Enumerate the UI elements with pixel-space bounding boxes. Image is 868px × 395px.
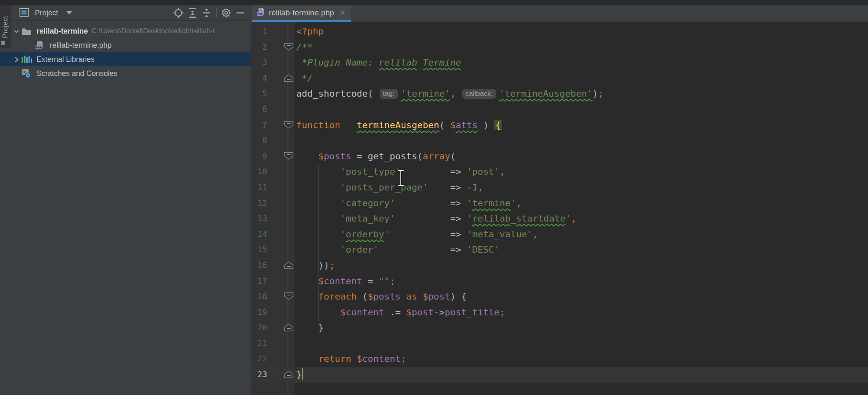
code-token: $ [318, 151, 324, 161]
code-line-22[interactable]: 22 return $content; [251, 351, 868, 367]
expand-all-icon[interactable] [185, 7, 200, 19]
code-line-5[interactable]: 5add_shortcode( tag:'termine', callback:… [251, 86, 868, 102]
fold-start-icon[interactable] [284, 121, 294, 131]
code-token: 'meta_value' [467, 229, 533, 239]
code-token: } [296, 322, 324, 333]
code-token: $ [340, 307, 346, 317]
code-token [296, 354, 318, 364]
code-token: */ [296, 73, 313, 83]
code-token [417, 57, 422, 68]
settings-gear-icon[interactable] [219, 7, 233, 19]
code-token: content [362, 354, 401, 364]
code-line-3[interactable]: 3 *Plugin Name: relilab Termine [251, 55, 868, 71]
code-line-23[interactable]: 23} [251, 367, 868, 383]
code-line-10[interactable]: 10 'post_type' => 'post', [251, 164, 868, 180]
code-token: posts [324, 151, 351, 161]
code-line-13[interactable]: 13 'meta_key' => 'relilab_startdate', [251, 211, 868, 227]
code-line-1[interactable]: 1<?php [251, 24, 868, 39]
code-token [296, 213, 340, 224]
scratches-icon [22, 68, 34, 78]
code-line-12[interactable]: 12 'category' => 'termine', [251, 195, 868, 211]
code-line-11[interactable]: 11 'posts_per_page' => -1, [251, 180, 868, 195]
code-token [456, 88, 461, 99]
code-editor[interactable]: 1<?php2/**3 *Plugin Name: relilab Termin… [251, 22, 868, 395]
code-line-14[interactable]: 14 'orderby' => 'meta_value', [251, 227, 868, 242]
code-token: ) [592, 88, 598, 99]
fold-end-icon[interactable] [284, 323, 294, 334]
code-line-4[interactable]: 4 */ [251, 71, 868, 86]
code-token: ' [467, 213, 472, 224]
code-area[interactable]: 1<?php2/**3 *Plugin Name: relilab Termin… [251, 22, 868, 383]
code-token: ; [401, 354, 406, 364]
fold-end-icon[interactable] [284, 74, 294, 84]
code-token: $ [357, 354, 362, 364]
code-line-9[interactable]: 9 $posts = get_posts(array( [251, 149, 868, 164]
code-token: => [450, 182, 467, 193]
fold-start-icon[interactable] [284, 292, 294, 302]
code-token: } [296, 369, 302, 380]
close-tab-icon[interactable]: × [340, 9, 345, 17]
chevron-down-icon[interactable] [12, 27, 22, 35]
code-token [390, 229, 450, 239]
folder-icon [22, 27, 34, 35]
code-token: ' [340, 229, 346, 239]
text-cursor-ibeam [397, 169, 405, 188]
code-token: 'post' [467, 166, 500, 177]
code-token: => [450, 244, 467, 255]
code-token: 'termineAusgeben' [499, 88, 592, 99]
chevron-right-icon[interactable] [12, 56, 22, 63]
tree-row-file-relilab-termine-php[interactable]: PHPrelilab-termine.php [0, 38, 251, 52]
code-line-16[interactable]: 16 )); [251, 258, 868, 273]
svg-text:PHP: PHP [257, 12, 263, 16]
collapse-all-icon[interactable] [200, 7, 214, 19]
code-token [296, 229, 340, 239]
code-line-15[interactable]: 15 'order' => 'DESC' [251, 242, 868, 258]
code-token [296, 291, 318, 302]
code-token: )) [318, 260, 329, 271]
code-token: 'posts_per_page' [340, 182, 428, 193]
code-token: as [406, 291, 417, 302]
code-line-21[interactable]: 21 [251, 336, 868, 351]
fold-start-icon[interactable] [284, 43, 294, 53]
code-token [296, 276, 318, 286]
code-token: get_posts [368, 151, 417, 161]
phpstorm-window: Project relilab-termineC:\Users\Daniel\ [0, 0, 868, 395]
line-number: 18 [251, 289, 267, 305]
code-token [296, 260, 318, 271]
fold-end-icon[interactable] [284, 261, 294, 271]
code-token: ' [384, 229, 390, 239]
code-token: atts [456, 120, 478, 130]
code-line-18[interactable]: 18 foreach ($posts as $post) { [251, 289, 868, 305]
fold-end-icon[interactable] [284, 370, 294, 380]
code-token: array [423, 151, 450, 161]
hide-panel-icon[interactable] [233, 7, 247, 19]
locate-icon[interactable] [171, 7, 185, 19]
fold-start-icon[interactable] [284, 152, 294, 162]
code-line-17[interactable]: 17 $content = ""; [251, 273, 868, 289]
inlay-hint: tag: [380, 89, 398, 99]
code-text: 'meta_key' => 'relilab_startdate', [296, 211, 577, 227]
panel-title[interactable]: Project [35, 9, 58, 17]
line-number: 22 [251, 351, 267, 367]
tree-row-root[interactable]: relilab-termineC:\Users\Daniel\Desktop\r… [0, 24, 251, 38]
tree-row-external-libraries[interactable]: External Libraries [0, 52, 251, 66]
code-token: , [450, 88, 456, 99]
code-token [428, 182, 450, 193]
code-token: => [450, 198, 467, 208]
tab-relilab-termine-php[interactable]: PHP relilab-termine.php × [252, 5, 351, 22]
code-line-20[interactable]: 20 } [251, 320, 868, 336]
code-token: posts [373, 291, 400, 302]
tree-row-path: C:\Users\Daniel\Desktop\relilab\relilab-… [92, 27, 215, 35]
code-token: ) { [450, 291, 467, 302]
chevron-down-icon[interactable] [62, 7, 76, 19]
code-line-8[interactable]: 8 [251, 133, 868, 149]
code-line-19[interactable]: 19 $content .= $post->post_title; [251, 305, 868, 320]
code-line-6[interactable]: 6 [251, 102, 868, 117]
code-token: content [346, 307, 384, 317]
line-number: 2 [251, 39, 267, 55]
code-token: ' [566, 213, 571, 224]
code-line-7[interactable]: 7function termineAusgeben( $atts ) { [251, 117, 868, 133]
tree-row-scratches-and-consoles[interactable]: Scratches and Consoles [0, 66, 251, 80]
stripe-button-project[interactable]: Project [0, 5, 11, 48]
code-line-2[interactable]: 2/** [251, 39, 868, 55]
